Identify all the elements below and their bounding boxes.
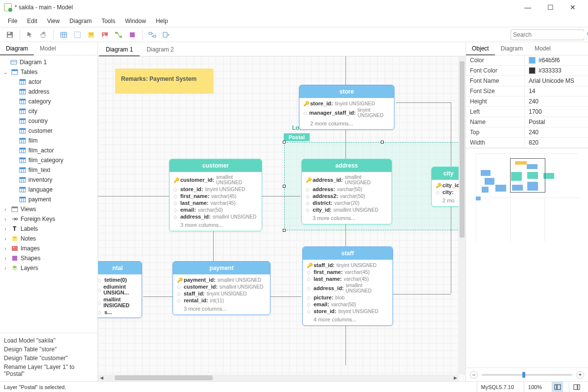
- tree-table-country[interactable]: country: [0, 116, 98, 126]
- tree-table-film[interactable]: film: [0, 136, 98, 146]
- menu-view[interactable]: View: [42, 16, 65, 26]
- svg-rect-29: [20, 89, 25, 91]
- relation-tool[interactable]: [113, 29, 124, 41]
- tree-section-images[interactable]: ›Images: [0, 244, 98, 253]
- minimize-button[interactable]: —: [516, 0, 539, 15]
- table-tool[interactable]: [58, 29, 70, 41]
- canvas-table-payment[interactable]: payment 🔑payment_id: smallint UNSIGNED◇c…: [172, 261, 270, 315]
- zoom-in-button[interactable]: +: [576, 371, 584, 379]
- tree-tables-section[interactable]: ⌄ Tables: [0, 67, 98, 77]
- tree-table-actor[interactable]: actor: [0, 77, 98, 87]
- chevron-right-icon[interactable]: ›: [2, 246, 9, 251]
- note-tool[interactable]: [85, 29, 97, 41]
- export-tool[interactable]: [160, 29, 172, 41]
- chevron-right-icon[interactable]: ›: [2, 266, 9, 271]
- history-item[interactable]: Design Table "store": [4, 345, 94, 354]
- canvas-table-customer[interactable]: customer 🔑customer_id: smallint UNSIGNED…: [169, 159, 262, 231]
- table-icon: [19, 176, 26, 184]
- tree-table-customer[interactable]: customer: [0, 126, 98, 136]
- status-zoom: 100%: [524, 382, 546, 392]
- tree-table-film_text[interactable]: film_text: [0, 165, 98, 175]
- menu-help[interactable]: Help: [151, 16, 173, 26]
- prop-row-height[interactable]: Height240: [466, 97, 588, 107]
- overview-panel[interactable]: [466, 148, 588, 368]
- prop-row-font-name[interactable]: Font NameArial Unicode MS: [466, 76, 588, 86]
- prop-tab-object[interactable]: Object: [466, 42, 495, 55]
- tree-table-film_actor[interactable]: film_actor: [0, 146, 98, 155]
- tab-diagram-2[interactable]: Diagram 2: [140, 43, 180, 56]
- tree-section-foreign-keys[interactable]: ›Foreign Keys: [0, 214, 98, 224]
- menu-window[interactable]: Window: [120, 16, 151, 26]
- sidebar-tab-model[interactable]: Model: [34, 42, 62, 55]
- shape-tool[interactable]: [126, 29, 138, 41]
- hand-tool[interactable]: [38, 29, 49, 41]
- history-item[interactable]: Load Model "sakila": [4, 336, 94, 345]
- table-column: ◇store_id: tinyint UNSIGNED: [173, 186, 258, 193]
- tree-table-category[interactable]: category: [0, 97, 98, 106]
- prop-row-font-color[interactable]: Font Color#333333: [466, 66, 588, 76]
- canvas-table-city[interactable]: city 🔑city_id: ◇city: 2 mo: [431, 167, 459, 207]
- tree-table-film_category[interactable]: film_category: [0, 155, 98, 165]
- diagram-canvas[interactable]: Remarks: Payment System Location Postal: [98, 56, 459, 374]
- pointer-tool[interactable]: [24, 29, 36, 41]
- chevron-right-icon[interactable]: ›: [2, 256, 9, 261]
- prop-row-name[interactable]: NamePostal: [466, 117, 588, 127]
- chevron-right-icon[interactable]: ›: [2, 217, 9, 222]
- search-input[interactable]: [513, 31, 587, 38]
- menu-diagram[interactable]: Diagram: [65, 16, 97, 26]
- history-item[interactable]: Rename Layer "Layer 1" to "Postal": [4, 363, 94, 378]
- menu-file[interactable]: File: [3, 16, 22, 26]
- prop-row-color[interactable]: Color#64b5f6: [466, 55, 588, 66]
- chevron-right-icon[interactable]: ›: [2, 207, 9, 212]
- zoom-out-button[interactable]: −: [470, 371, 478, 379]
- property-grid[interactable]: Color#64b5f6Font Color#333333Font NameAr…: [466, 55, 588, 148]
- close-button[interactable]: ✕: [562, 0, 584, 15]
- tree-diagram-root[interactable]: Diagram 1: [0, 57, 98, 67]
- tree-section-labels[interactable]: ›TLabels: [0, 224, 98, 234]
- tree-table-address[interactable]: address: [0, 87, 98, 97]
- tree-table-language[interactable]: language: [0, 185, 98, 195]
- prop-row-width[interactable]: Width820: [466, 138, 588, 148]
- chevron-right-icon[interactable]: ›: [2, 236, 9, 242]
- canvas-table-staff[interactable]: staff 🔑staff_id: tinyint UNSIGNED◇first_…: [302, 246, 393, 326]
- zoom-slider[interactable]: [482, 374, 572, 376]
- sync-tool[interactable]: [147, 29, 158, 41]
- tree-table-inventory[interactable]: inventory: [0, 175, 98, 185]
- layer-tool[interactable]: [72, 29, 83, 41]
- sidebar-left: Diagram Model Diagram 1 ⌄ Tables actorad…: [0, 42, 98, 381]
- menu-edit[interactable]: Edit: [22, 16, 42, 26]
- scrollbar-vertical[interactable]: [459, 56, 466, 374]
- maximize-button[interactable]: ☐: [539, 0, 562, 15]
- canvas-table-store[interactable]: store 🔑store_id: tinyint UNSIGNED◇manage…: [299, 85, 394, 130]
- search-box[interactable]: 🔍: [511, 29, 584, 40]
- sidebar-tab-diagram[interactable]: Diagram: [0, 42, 34, 55]
- tree-table-payment[interactable]: payment: [0, 195, 98, 204]
- history-item[interactable]: Design Table "customer": [4, 354, 94, 363]
- prop-tab-diagram[interactable]: Diagram: [495, 42, 529, 55]
- chevron-right-icon[interactable]: ›: [2, 226, 9, 232]
- chevron-down-icon[interactable]: ⌄: [2, 70, 9, 75]
- canvas-table-address[interactable]: address 🔑address_id: smallint UNSIGNED◇a…: [301, 159, 392, 224]
- layout-toggle-2-icon[interactable]: [569, 382, 584, 392]
- canvas-table-rental[interactable]: ntal ◇tetime(0) ◇ediumint UNSIGN... ◇mal…: [98, 261, 142, 318]
- prop-row-font-size[interactable]: Font Size14: [466, 86, 588, 97]
- tree-section-notes[interactable]: ›Notes: [0, 234, 98, 244]
- tree-section-shapes[interactable]: ›Shapes: [0, 253, 98, 263]
- table-icon: [19, 107, 26, 115]
- tree-table-city[interactable]: city: [0, 106, 98, 116]
- image-tool[interactable]: [99, 29, 111, 41]
- svg-line-15: [118, 33, 120, 37]
- tree-section-layers[interactable]: ›Layers: [0, 263, 98, 273]
- object-tree[interactable]: Diagram 1 ⌄ Tables actoraddresscategoryc…: [0, 55, 98, 333]
- tree-section-views[interactable]: ›Views: [0, 204, 98, 214]
- svg-rect-14: [120, 36, 122, 38]
- canvas-note[interactable]: Remarks: Payment System: [115, 69, 213, 93]
- prop-tab-model[interactable]: Model: [529, 42, 557, 55]
- prop-row-left[interactable]: Left1700: [466, 107, 588, 117]
- prop-row-top[interactable]: Top240: [466, 127, 588, 138]
- scrollbar-horizontal[interactable]: ◀▶: [98, 374, 459, 381]
- layout-toggle-icon[interactable]: [552, 382, 563, 392]
- menu-tools[interactable]: Tools: [97, 16, 120, 26]
- tab-diagram-1[interactable]: Diagram 1: [99, 43, 140, 56]
- save-button[interactable]: [4, 29, 16, 41]
